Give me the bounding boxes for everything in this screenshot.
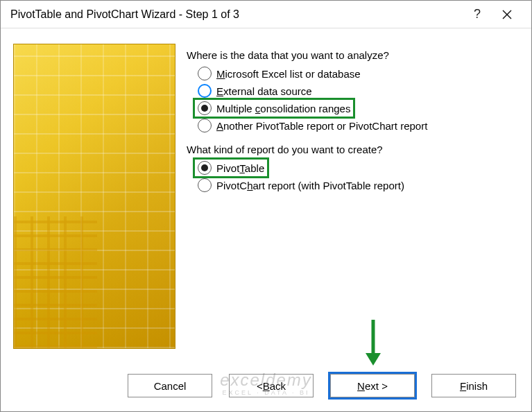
close-icon — [501, 9, 513, 20]
radio-icon — [198, 84, 212, 98]
report-kind-group-label: What kind of report do you want to creat… — [187, 144, 519, 155]
radio-icon — [198, 119, 212, 132]
close-button[interactable] — [491, 9, 523, 20]
radio-icon — [198, 178, 212, 192]
radio-label: Microsoft Excel list or database — [216, 68, 361, 80]
titlebar: PivotTable and PivotChart Wizard - Step … — [1, 1, 531, 28]
radio-icon — [198, 67, 212, 80]
radio-label: Another PivotTable report or PivotChart … — [216, 120, 427, 132]
radio-label: PivotTable — [216, 162, 264, 174]
next-button[interactable]: Next > — [330, 374, 415, 397]
dialog-footer: Cancel < Back Next > Finish — [1, 367, 531, 411]
radio-pivottable[interactable]: PivotTable — [195, 160, 267, 176]
radio-icon — [198, 161, 212, 175]
radio-multiple-consolidation[interactable]: Multiple consolidation ranges — [195, 100, 353, 117]
pivot-wizard-dialog: PivotTable and PivotChart Wizard - Step … — [0, 0, 532, 412]
back-button[interactable]: < Back — [229, 374, 314, 397]
radio-label: Multiple consolidation ranges — [216, 103, 350, 114]
data-source-group-label: Where is the data that you want to analy… — [187, 49, 519, 61]
report-kind-radio-group: PivotTable PivotChart report (with Pivot… — [195, 160, 519, 194]
dialog-body: Where is the data that you want to analy… — [1, 28, 531, 367]
help-button[interactable]: ? — [463, 7, 491, 22]
radio-label: PivotChart report (with PivotTable repor… — [216, 180, 404, 191]
cancel-button[interactable]: Cancel — [128, 374, 212, 397]
radio-another-pivot[interactable]: Another PivotTable report or PivotChart … — [195, 117, 519, 134]
radio-icon — [198, 101, 212, 115]
radio-label: External data source — [216, 85, 312, 97]
radio-excel-list[interactable]: Microsoft Excel list or database — [195, 65, 519, 82]
data-source-radio-group: Microsoft Excel list or database Externa… — [195, 65, 519, 134]
wizard-illustration — [13, 44, 175, 349]
dialog-title: PivotTable and PivotChart Wizard - Step … — [10, 8, 463, 21]
options-panel: Where is the data that you want to analy… — [187, 44, 519, 360]
radio-pivotchart[interactable]: PivotChart report (with PivotTable repor… — [195, 177, 519, 194]
finish-button[interactable]: Finish — [431, 374, 516, 397]
radio-external-data[interactable]: External data source — [195, 83, 519, 99]
